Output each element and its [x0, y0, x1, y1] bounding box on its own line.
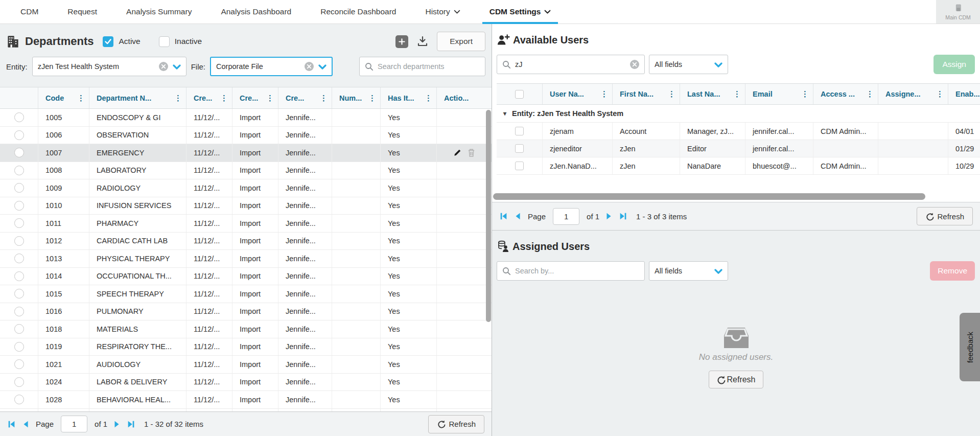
column-header-number[interactable]: Num...⋮ [332, 87, 381, 108]
available-users-search-input[interactable] [515, 60, 626, 68]
assigned-users-search-input[interactable] [515, 267, 639, 275]
previous-page-button[interactable] [21, 420, 31, 429]
entity-dropdown[interactable]: zJen Test Health System [32, 57, 186, 76]
column-menu-icon[interactable]: ⋮ [597, 89, 608, 99]
row-radio[interactable] [14, 148, 24, 157]
row-radio[interactable] [14, 359, 24, 369]
first-page-button[interactable] [7, 420, 16, 429]
table-row[interactable]: zjeneditor zJen Editor jennifer.cal... 0… [497, 140, 980, 157]
feedback-tab[interactable]: feedback [960, 313, 980, 381]
nav-item-reconcile-dashboard[interactable]: Reconcile Dashboard [320, 0, 396, 24]
row-radio[interactable] [14, 342, 24, 352]
row-checkbox[interactable] [515, 144, 524, 153]
column-menu-icon[interactable]: ⋮ [422, 94, 432, 103]
page-number-input[interactable] [61, 416, 87, 432]
table-row[interactable]: 1019 RESPIRATORY THE... 11/12/... Import… [0, 338, 492, 356]
table-row[interactable]: 1011 PHARMACY 11/12/... Import Jennife..… [0, 215, 492, 233]
row-radio[interactable] [14, 166, 24, 175]
table-row[interactable]: 1012 CARDIAC CATH LAB 11/12/... Import J… [0, 233, 492, 250]
column-header-created[interactable]: Cre...⋮ [186, 87, 232, 108]
import-button[interactable] [416, 35, 429, 48]
table-row[interactable]: 1006 OBSERVATION 11/12/... Import Jennif… [0, 127, 492, 145]
row-radio[interactable] [14, 289, 24, 299]
table-row[interactable]: 1014 OCCUPATIONAL TH... 11/12/... Import… [0, 268, 492, 286]
file-dropdown[interactable]: Corporate File [210, 57, 333, 76]
clear-icon[interactable] [305, 62, 314, 71]
collapse-triangle-icon[interactable]: ▾ [503, 110, 506, 117]
entity-group-row[interactable]: ▾ Entity: zJen Test Health System [497, 105, 980, 123]
nav-item-analysis-dashboard[interactable]: Analysis Dashboard [221, 0, 291, 24]
row-radio[interactable] [14, 236, 24, 246]
table-row[interactable]: 1018 MATERIALS 11/12/... Import Jennife.… [0, 320, 492, 338]
row-radio[interactable] [14, 324, 24, 334]
table-row[interactable]: 1009 RADIOLOGY 11/12/... Import Jennife.… [0, 179, 492, 197]
refresh-button[interactable]: Refresh [917, 207, 973, 225]
row-radio[interactable] [14, 130, 24, 140]
column-header-code[interactable]: Code⋮ [38, 87, 89, 108]
column-header-access[interactable]: Access ...⋮ [813, 84, 878, 104]
row-radio[interactable] [14, 112, 24, 122]
row-radio[interactable] [14, 254, 24, 263]
column-menu-icon[interactable]: ⋮ [365, 94, 376, 103]
table-row[interactable]: 1016 PULMONARY 11/12/... Import Jennife.… [0, 303, 492, 321]
nav-item-cdm[interactable]: CDM [20, 0, 38, 24]
table-row[interactable]: zJen.NanaD... zJen NanaDare bhuescot@...… [497, 157, 980, 175]
vertical-scrollbar[interactable] [486, 110, 491, 322]
table-row[interactable]: 1028 BEHAVIORAL HEAL... 11/12/... Import… [0, 391, 492, 409]
last-page-button[interactable] [619, 212, 628, 221]
remove-button[interactable]: Remove [930, 261, 975, 281]
nav-item-history[interactable]: History [425, 0, 460, 24]
table-row[interactable]: 1015 SPEECH THERAPY 11/12/... Import Jen… [0, 285, 492, 303]
add-department-button[interactable] [395, 35, 408, 48]
column-header-enabled[interactable]: Enab... [948, 84, 980, 104]
assigned-fields-dropdown[interactable]: All fields [649, 261, 728, 281]
export-button[interactable]: Export [437, 32, 485, 51]
row-checkbox[interactable] [515, 162, 524, 170]
column-menu-icon[interactable]: ⋮ [933, 89, 944, 99]
column-menu-icon[interactable]: ⋮ [665, 89, 675, 99]
column-header-assigned[interactable]: Assigne...⋮ [878, 84, 948, 104]
column-menu-icon[interactable]: ⋮ [730, 89, 741, 99]
nav-item-request[interactable]: Request [67, 0, 97, 24]
column-menu-icon[interactable]: ⋮ [263, 94, 274, 103]
column-menu-icon[interactable]: ⋮ [317, 94, 328, 103]
refresh-button[interactable]: Refresh [428, 415, 484, 433]
refresh-button[interactable]: Refresh [709, 371, 763, 388]
column-header-email[interactable]: Email⋮ [745, 84, 813, 104]
column-header-first-name[interactable]: First Na...⋮ [613, 84, 680, 104]
first-page-button[interactable] [499, 212, 508, 221]
row-radio[interactable] [14, 377, 24, 387]
page-number-input[interactable] [553, 208, 579, 225]
column-header-last-name[interactable]: Last Na...⋮ [680, 84, 745, 104]
column-menu-icon[interactable]: ⋮ [798, 89, 809, 99]
clear-icon[interactable] [159, 62, 168, 71]
column-header-department-name[interactable]: Department N...⋮ [89, 87, 186, 108]
column-header-created-by[interactable]: Cre...⋮ [278, 87, 332, 108]
next-page-button[interactable] [604, 212, 614, 221]
edit-pencil-icon[interactable] [453, 148, 462, 157]
row-radio[interactable] [14, 201, 24, 211]
column-header-create-source[interactable]: Cre...⋮ [232, 87, 278, 108]
table-row[interactable]: 1008 LABORATORY 11/12/... Import Jennife… [0, 162, 492, 180]
row-radio[interactable] [14, 395, 24, 404]
row-radio[interactable] [14, 271, 24, 281]
row-radio[interactable] [14, 307, 24, 316]
horizontal-scrollbar[interactable] [493, 193, 925, 200]
delete-trash-icon[interactable] [467, 148, 476, 157]
inactive-checkbox[interactable] [159, 36, 170, 47]
row-radio[interactable] [14, 218, 24, 228]
nav-item-analysis-summary[interactable]: Analysis Summary [126, 0, 192, 24]
column-header-actions[interactable]: Actio... [437, 87, 492, 108]
column-header-has-items[interactable]: Has It...⋮ [381, 87, 437, 108]
table-row[interactable]: 1007 EMERGENCY 11/12/... Import Jennife.… [0, 144, 492, 162]
table-row[interactable]: zjenam Account Manager, zJ... jennifer.c… [497, 123, 980, 140]
column-menu-icon[interactable]: ⋮ [171, 94, 182, 103]
row-checkbox[interactable] [515, 127, 524, 135]
active-checkbox[interactable] [103, 36, 113, 47]
select-all-checkbox[interactable] [515, 90, 524, 99]
row-radio[interactable] [14, 183, 24, 193]
table-row[interactable]: 1013 PHYSICAL THERAPY 11/12/... Import J… [0, 250, 492, 268]
column-menu-icon[interactable]: ⋮ [863, 89, 874, 99]
table-row[interactable]: 1024 LABOR & DELIVERY 11/12/... Import J… [0, 374, 492, 392]
available-fields-dropdown[interactable]: All fields [649, 55, 728, 74]
